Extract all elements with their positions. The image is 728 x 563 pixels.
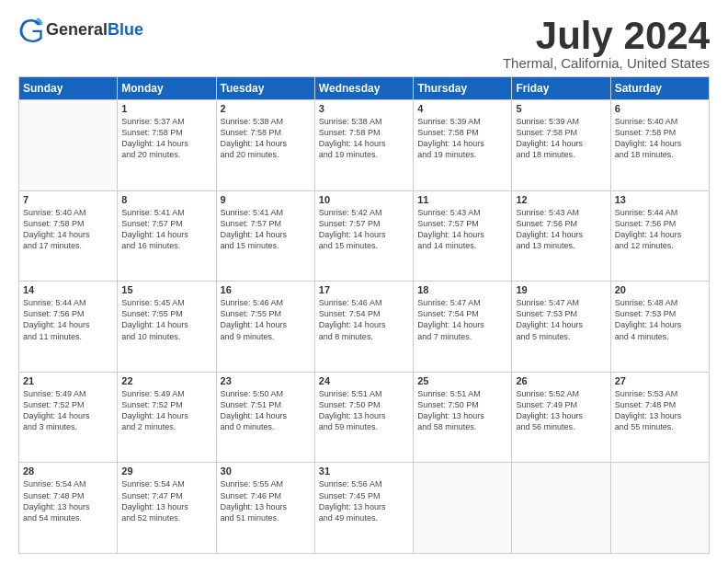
calendar-cell: 6Sunrise: 5:40 AM Sunset: 7:58 PM Daylig… xyxy=(610,100,709,191)
calendar-cell: 13Sunrise: 5:44 AM Sunset: 7:56 PM Dayli… xyxy=(610,190,709,282)
day-number: 24 xyxy=(319,375,409,386)
day-number: 12 xyxy=(516,194,606,205)
day-number: 18 xyxy=(417,284,507,295)
day-number: 25 xyxy=(417,375,507,386)
calendar-cell: 16Sunrise: 5:46 AM Sunset: 7:55 PM Dayli… xyxy=(216,282,314,373)
day-info: Sunrise: 5:41 AM Sunset: 7:57 PM Dayligh… xyxy=(221,207,311,252)
calendar-cell: 27Sunrise: 5:53 AM Sunset: 7:48 PM Dayli… xyxy=(610,372,709,463)
calendar-week-row: 21Sunrise: 5:49 AM Sunset: 7:52 PM Dayli… xyxy=(19,372,710,463)
logo-blue: Blue xyxy=(108,20,143,39)
calendar-header-thursday: Thursday xyxy=(414,77,512,100)
day-info: Sunrise: 5:49 AM Sunset: 7:52 PM Dayligh… xyxy=(121,388,211,433)
calendar-cell xyxy=(610,463,709,554)
day-number: 16 xyxy=(221,284,311,295)
calendar-cell: 18Sunrise: 5:47 AM Sunset: 7:54 PM Dayli… xyxy=(414,282,512,373)
calendar-week-row: 14Sunrise: 5:44 AM Sunset: 7:56 PM Dayli… xyxy=(19,282,710,373)
calendar-header-monday: Monday xyxy=(118,77,216,100)
day-info: Sunrise: 5:49 AM Sunset: 7:52 PM Dayligh… xyxy=(23,388,113,433)
calendar-cell: 20Sunrise: 5:48 AM Sunset: 7:53 PM Dayli… xyxy=(610,282,709,373)
day-number: 13 xyxy=(615,194,705,205)
day-info: Sunrise: 5:43 AM Sunset: 7:57 PM Dayligh… xyxy=(417,207,507,252)
day-info: Sunrise: 5:54 AM Sunset: 7:47 PM Dayligh… xyxy=(121,478,211,523)
day-number: 6 xyxy=(615,103,705,114)
day-info: Sunrise: 5:40 AM Sunset: 7:58 PM Dayligh… xyxy=(615,116,705,161)
day-info: Sunrise: 5:38 AM Sunset: 7:58 PM Dayligh… xyxy=(319,116,409,161)
day-info: Sunrise: 5:42 AM Sunset: 7:57 PM Dayligh… xyxy=(319,207,409,252)
calendar-cell: 21Sunrise: 5:49 AM Sunset: 7:52 PM Dayli… xyxy=(19,372,118,463)
day-number: 31 xyxy=(319,465,409,477)
calendar-cell xyxy=(414,463,512,554)
day-info: Sunrise: 5:44 AM Sunset: 7:56 PM Dayligh… xyxy=(23,297,113,342)
day-number: 22 xyxy=(121,375,211,386)
calendar-header-row: SundayMondayTuesdayWednesdayThursdayFrid… xyxy=(19,77,710,100)
day-info: Sunrise: 5:39 AM Sunset: 7:58 PM Dayligh… xyxy=(516,116,606,161)
calendar-cell: 12Sunrise: 5:43 AM Sunset: 7:56 PM Dayli… xyxy=(512,190,610,282)
day-info: Sunrise: 5:55 AM Sunset: 7:46 PM Dayligh… xyxy=(221,478,311,523)
logo-icon xyxy=(18,17,44,42)
day-number: 17 xyxy=(319,284,409,295)
day-info: Sunrise: 5:53 AM Sunset: 7:48 PM Dayligh… xyxy=(615,388,705,433)
calendar-header-tuesday: Tuesday xyxy=(216,77,314,100)
calendar-week-row: 28Sunrise: 5:54 AM Sunset: 7:48 PM Dayli… xyxy=(19,463,710,554)
day-number: 10 xyxy=(319,194,409,205)
day-info: Sunrise: 5:43 AM Sunset: 7:56 PM Dayligh… xyxy=(516,207,606,252)
day-number: 26 xyxy=(516,375,606,386)
title-location: Thermal, California, United States xyxy=(503,55,710,71)
calendar-cell: 5Sunrise: 5:39 AM Sunset: 7:58 PM Daylig… xyxy=(512,100,610,191)
calendar-header-sunday: Sunday xyxy=(19,77,118,100)
calendar-cell: 29Sunrise: 5:54 AM Sunset: 7:47 PM Dayli… xyxy=(118,463,216,554)
day-number: 30 xyxy=(221,465,311,477)
logo: GeneralBlue xyxy=(18,17,143,42)
day-number: 27 xyxy=(615,375,705,386)
calendar-cell xyxy=(512,463,610,554)
day-info: Sunrise: 5:47 AM Sunset: 7:54 PM Dayligh… xyxy=(417,297,507,342)
day-info: Sunrise: 5:51 AM Sunset: 7:50 PM Dayligh… xyxy=(319,388,409,433)
calendar-cell: 7Sunrise: 5:40 AM Sunset: 7:58 PM Daylig… xyxy=(19,190,118,282)
title-block: July 2024 Thermal, California, United St… xyxy=(503,17,710,71)
day-info: Sunrise: 5:44 AM Sunset: 7:56 PM Dayligh… xyxy=(615,207,705,252)
calendar-cell: 15Sunrise: 5:45 AM Sunset: 7:55 PM Dayli… xyxy=(118,282,216,373)
calendar-cell: 30Sunrise: 5:55 AM Sunset: 7:46 PM Dayli… xyxy=(216,463,314,554)
day-info: Sunrise: 5:50 AM Sunset: 7:51 PM Dayligh… xyxy=(221,388,311,433)
day-info: Sunrise: 5:40 AM Sunset: 7:58 PM Dayligh… xyxy=(23,207,113,252)
calendar-cell: 25Sunrise: 5:51 AM Sunset: 7:50 PM Dayli… xyxy=(414,372,512,463)
calendar-cell: 23Sunrise: 5:50 AM Sunset: 7:51 PM Dayli… xyxy=(216,372,314,463)
day-number: 11 xyxy=(417,194,507,205)
day-number: 29 xyxy=(121,465,211,477)
calendar-cell xyxy=(19,100,118,191)
calendar-cell: 17Sunrise: 5:46 AM Sunset: 7:54 PM Dayli… xyxy=(314,282,413,373)
day-info: Sunrise: 5:46 AM Sunset: 7:54 PM Dayligh… xyxy=(319,297,409,342)
day-number: 8 xyxy=(121,194,211,205)
header: GeneralBlue July 2024 Thermal, Californi… xyxy=(18,17,710,71)
day-number: 2 xyxy=(221,103,311,114)
day-number: 7 xyxy=(23,194,113,205)
calendar-cell: 22Sunrise: 5:49 AM Sunset: 7:52 PM Dayli… xyxy=(118,372,216,463)
calendar-cell: 1Sunrise: 5:37 AM Sunset: 7:58 PM Daylig… xyxy=(118,100,216,191)
calendar-cell: 14Sunrise: 5:44 AM Sunset: 7:56 PM Dayli… xyxy=(19,282,118,373)
title-month: July 2024 xyxy=(503,17,710,55)
day-number: 1 xyxy=(121,103,211,114)
calendar-cell: 11Sunrise: 5:43 AM Sunset: 7:57 PM Dayli… xyxy=(414,190,512,282)
day-info: Sunrise: 5:47 AM Sunset: 7:53 PM Dayligh… xyxy=(516,297,606,342)
day-number: 9 xyxy=(221,194,311,205)
calendar-week-row: 1Sunrise: 5:37 AM Sunset: 7:58 PM Daylig… xyxy=(19,100,710,191)
day-info: Sunrise: 5:54 AM Sunset: 7:48 PM Dayligh… xyxy=(23,478,113,523)
day-info: Sunrise: 5:39 AM Sunset: 7:58 PM Dayligh… xyxy=(417,116,507,161)
calendar-week-row: 7Sunrise: 5:40 AM Sunset: 7:58 PM Daylig… xyxy=(19,190,710,282)
calendar-header-saturday: Saturday xyxy=(610,77,709,100)
logo-text: GeneralBlue xyxy=(46,20,143,40)
calendar-table: SundayMondayTuesdayWednesdayThursdayFrid… xyxy=(18,76,710,554)
calendar-cell: 3Sunrise: 5:38 AM Sunset: 7:58 PM Daylig… xyxy=(314,100,413,191)
day-number: 28 xyxy=(23,465,113,477)
day-info: Sunrise: 5:37 AM Sunset: 7:58 PM Dayligh… xyxy=(121,116,211,161)
day-number: 23 xyxy=(221,375,311,386)
calendar-header-wednesday: Wednesday xyxy=(314,77,413,100)
calendar-cell: 10Sunrise: 5:42 AM Sunset: 7:57 PM Dayli… xyxy=(314,190,413,282)
day-info: Sunrise: 5:46 AM Sunset: 7:55 PM Dayligh… xyxy=(221,297,311,342)
day-number: 20 xyxy=(615,284,705,295)
calendar-cell: 24Sunrise: 5:51 AM Sunset: 7:50 PM Dayli… xyxy=(314,372,413,463)
calendar-cell: 9Sunrise: 5:41 AM Sunset: 7:57 PM Daylig… xyxy=(216,190,314,282)
calendar-cell: 31Sunrise: 5:56 AM Sunset: 7:45 PM Dayli… xyxy=(314,463,413,554)
calendar-cell: 26Sunrise: 5:52 AM Sunset: 7:49 PM Dayli… xyxy=(512,372,610,463)
day-info: Sunrise: 5:52 AM Sunset: 7:49 PM Dayligh… xyxy=(516,388,606,433)
